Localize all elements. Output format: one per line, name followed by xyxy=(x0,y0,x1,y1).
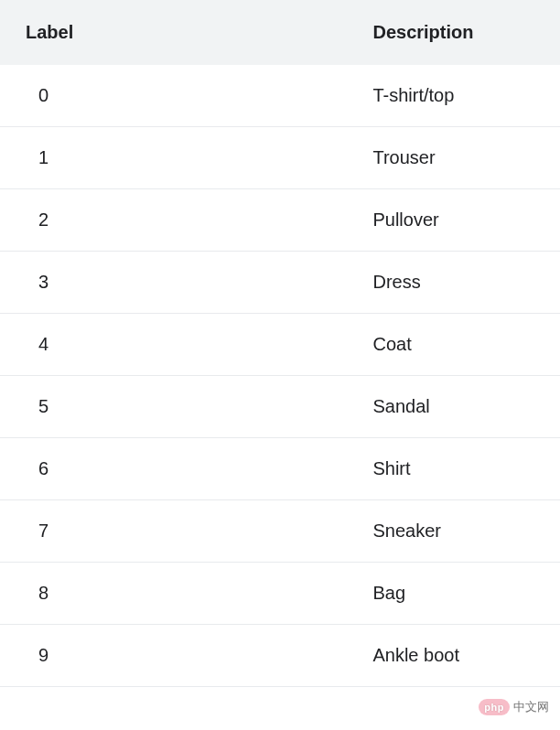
table-row: 5 Sandal xyxy=(0,376,560,438)
cell-label: 0 xyxy=(0,65,347,127)
cell-description: Sneaker xyxy=(347,500,560,563)
labels-table: Label Description 0 T-shirt/top 1 Trouse… xyxy=(0,0,560,687)
cell-description: Dress xyxy=(347,252,560,314)
cell-label: 9 xyxy=(0,625,347,687)
cell-description: Ankle boot xyxy=(347,625,560,687)
cell-description: Trouser xyxy=(347,127,560,189)
cell-description: T-shirt/top xyxy=(347,65,560,127)
table-row: 1 Trouser xyxy=(0,127,560,189)
cell-description: Coat xyxy=(347,314,560,376)
cell-label: 4 xyxy=(0,314,347,376)
cell-description: Shirt xyxy=(347,438,560,500)
cell-label: 7 xyxy=(0,500,347,563)
table-row: 3 Dress xyxy=(0,252,560,314)
cell-label: 5 xyxy=(0,376,347,438)
header-description: Description xyxy=(347,0,560,65)
table-row: 7 Sneaker xyxy=(0,500,560,563)
table-row: 6 Shirt xyxy=(0,438,560,500)
cell-label: 8 xyxy=(0,563,347,625)
table-row: 2 Pullover xyxy=(0,189,560,252)
cell-description: Bag xyxy=(347,563,560,625)
cell-description: Pullover xyxy=(347,189,560,252)
table-row: 4 Coat xyxy=(0,314,560,376)
cell-label: 2 xyxy=(0,189,347,252)
cell-label: 1 xyxy=(0,127,347,189)
header-label: Label xyxy=(0,0,347,65)
table-row: 9 Ankle boot xyxy=(0,625,560,687)
cell-description: Sandal xyxy=(347,376,560,438)
cell-label: 3 xyxy=(0,252,347,314)
table-row: 0 T-shirt/top xyxy=(0,65,560,127)
cell-label: 6 xyxy=(0,438,347,500)
table-row: 8 Bag xyxy=(0,563,560,625)
table-header-row: Label Description xyxy=(0,0,560,65)
